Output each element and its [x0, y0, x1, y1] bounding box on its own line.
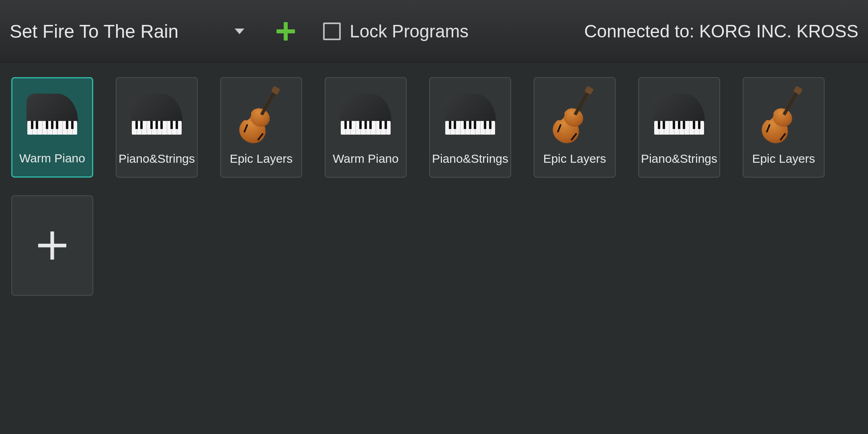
tile-label: Epic Layers — [230, 152, 293, 177]
tile-icon-area — [534, 78, 615, 152]
tile-icon-area — [639, 78, 719, 152]
program-tile[interactable]: Piano&Strings — [116, 77, 198, 178]
violin-icon — [225, 80, 297, 156]
tile-icon-area — [12, 78, 92, 151]
tile-label: Warm Piano — [333, 152, 399, 177]
plus-icon — [38, 231, 66, 260]
tile-icon-area — [12, 196, 92, 295]
tile-icon-area — [117, 78, 197, 152]
tile-label: Epic Layers — [752, 152, 815, 177]
lock-programs-label: Lock Programs — [350, 21, 469, 41]
tile-icon-area — [326, 78, 406, 152]
piano-icon — [653, 94, 705, 142]
program-tile[interactable]: Warm Piano — [325, 77, 407, 178]
checkbox-icon — [323, 23, 341, 40]
tile-icon-area — [221, 78, 301, 152]
program-tile[interactable]: Warm Piano — [11, 77, 93, 178]
tile-label: Epic Layers — [543, 152, 606, 177]
chevron-down-icon — [235, 29, 244, 34]
tile-icon-area — [743, 78, 824, 152]
tile-label: Piano&Strings — [432, 152, 508, 177]
status-device: KORG INC. KROSS — [699, 21, 858, 41]
header-bar: Set Fire To The Rain Lock Programs Conne… — [0, 0, 868, 63]
piano-icon — [444, 94, 496, 142]
program-tile[interactable]: Piano&Strings — [638, 77, 720, 178]
program-tile[interactable]: Piano&Strings — [429, 77, 511, 178]
violin-icon — [539, 80, 611, 156]
tile-label: Piano&Strings — [641, 152, 717, 177]
add-song-button[interactable] — [276, 22, 295, 41]
piano-icon — [340, 94, 391, 142]
program-tile[interactable]: Epic Layers — [220, 77, 302, 178]
program-tile[interactable]: Epic Layers — [743, 77, 825, 178]
lock-programs-checkbox[interactable]: Lock Programs — [323, 21, 469, 41]
piano-icon — [27, 94, 78, 142]
tile-icon-area — [430, 78, 510, 152]
tile-label: Piano&Strings — [119, 152, 195, 177]
add-program-tile[interactable] — [11, 195, 93, 296]
song-name: Set Fire To The Rain — [10, 20, 178, 42]
program-grid: Warm PianoPiano&StringsEpic LayersWarm P… — [0, 63, 868, 310]
tile-label: Warm Piano — [19, 151, 85, 176]
status-prefix: Connected to: — [584, 21, 699, 41]
song-dropdown[interactable]: Set Fire To The Rain — [10, 20, 244, 42]
program-tile[interactable]: Epic Layers — [534, 77, 616, 178]
violin-icon — [748, 80, 820, 156]
piano-icon — [131, 94, 182, 142]
connection-status: Connected to: KORG INC. KROSS — [584, 21, 858, 41]
